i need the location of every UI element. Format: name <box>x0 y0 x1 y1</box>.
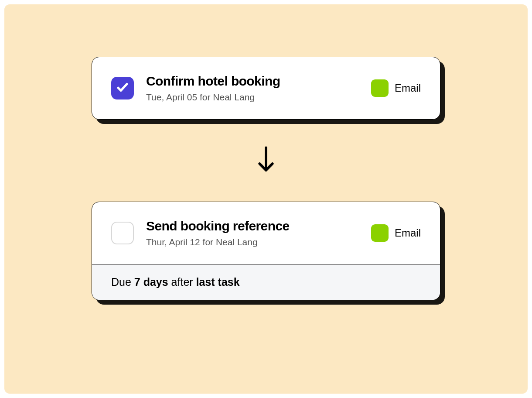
task-checkbox-checked[interactable] <box>111 77 134 100</box>
task-subtitle: Tue, April 05 for Neal Lang <box>146 92 359 103</box>
tag-color-swatch <box>371 224 389 242</box>
due-anchor: last task <box>196 276 240 288</box>
task-text: Send booking reference Thur, April 12 fo… <box>146 219 359 247</box>
task-row: Send booking reference Thur, April 12 fo… <box>92 202 440 264</box>
due-days: 7 days <box>134 276 168 288</box>
task-card[interactable]: Confirm hotel booking Tue, April 05 for … <box>92 57 440 120</box>
task-text: Confirm hotel booking Tue, April 05 for … <box>146 74 359 103</box>
task-title: Confirm hotel booking <box>146 74 359 89</box>
task-card[interactable]: Send booking reference Thur, April 12 fo… <box>92 202 440 300</box>
arrow-down-icon <box>256 146 276 175</box>
task-checkbox-unchecked[interactable] <box>111 222 134 244</box>
tag-label: Email <box>395 227 421 239</box>
task-row: Confirm hotel booking Tue, April 05 for … <box>92 57 440 119</box>
task-title: Send booking reference <box>146 219 359 233</box>
check-icon <box>116 81 129 96</box>
due-rule-footer[interactable]: Due 7 days after last task <box>92 264 440 300</box>
due-mid: after <box>168 276 196 288</box>
tag-color-swatch <box>371 79 389 97</box>
task-subtitle: Thur, April 12 for Neal Lang <box>146 237 359 247</box>
task-tag[interactable]: Email <box>371 79 421 97</box>
workflow-canvas: Confirm hotel booking Tue, April 05 for … <box>4 4 528 394</box>
due-prefix: Due <box>111 276 134 288</box>
task-tag[interactable]: Email <box>371 224 421 242</box>
tag-label: Email <box>395 82 421 94</box>
